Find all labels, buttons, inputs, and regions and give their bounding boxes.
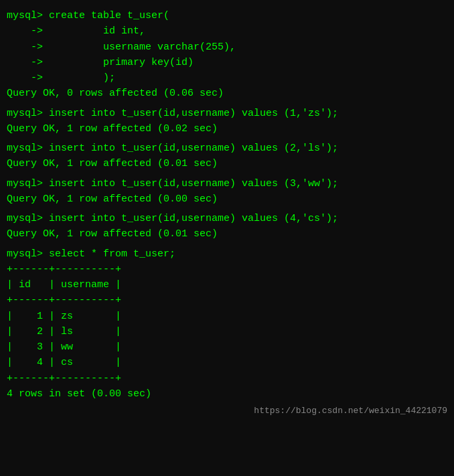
terminal-line: -> ); <box>7 70 447 86</box>
terminal-line: mysql> insert into t_user(id,username) v… <box>7 141 447 156</box>
terminal-line: Query OK, 1 row affected (0.00 sec) <box>7 191 447 207</box>
terminal-window: mysql> create table t_user( -> id int, -… <box>7 8 447 418</box>
terminal-line: | id | username | <box>7 277 447 293</box>
terminal-line: Query OK, 1 row affected (0.02 sec) <box>7 121 447 137</box>
terminal-line: | 3 | ww | <box>7 339 447 355</box>
terminal-line: +------+----------+ <box>7 262 447 277</box>
terminal-line: mysql> insert into t_user(id,username) v… <box>7 106 447 121</box>
terminal-line: Query OK, 1 row affected (0.01 sec) <box>7 226 447 242</box>
terminal-line: mysql> create table t_user( <box>7 8 447 23</box>
terminal-line: mysql> select * from t_user; <box>7 246 447 262</box>
terminal-line: -> username varchar(255), <box>7 39 447 55</box>
terminal-line: -> primary key(id) <box>7 55 447 70</box>
terminal-line: +------+----------+ <box>7 293 447 308</box>
terminal-line: Query OK, 0 rows affected (0.06 sec) <box>7 86 447 101</box>
terminal-line: | 4 | cs | <box>7 355 447 370</box>
terminal-line: 4 rows in set (0.00 sec) <box>7 386 447 402</box>
terminal-line: | 1 | zs | <box>7 309 447 324</box>
terminal-line: mysql> insert into t_user(id,username) v… <box>7 176 447 191</box>
terminal-line: -> id int, <box>7 23 447 39</box>
terminal-line: Query OK, 1 row affected (0.01 sec) <box>7 156 447 171</box>
watermark: https://blog.csdn.net/weixin_44221079 <box>7 404 447 418</box>
terminal-line: | 2 | ls | <box>7 324 447 339</box>
terminal-line: mysql> insert into t_user(id,username) v… <box>7 211 447 226</box>
terminal-line: +------+----------+ <box>7 371 447 386</box>
